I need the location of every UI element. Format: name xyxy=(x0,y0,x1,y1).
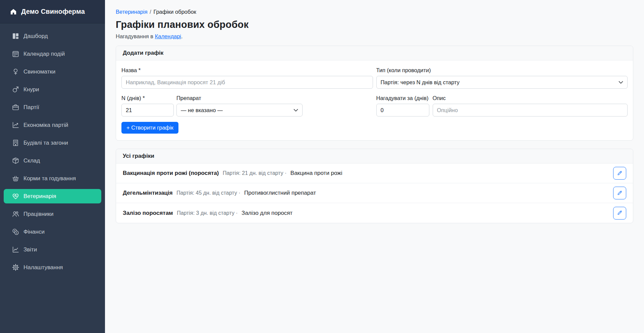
schedule-drug: Противоглистний препарат xyxy=(244,190,316,196)
calendar-link[interactable]: Календарі xyxy=(155,33,181,39)
schedule-meta: Партія: 3 дн. від старту · xyxy=(177,210,238,216)
remind-field-label: Нагадувати за (днів) xyxy=(376,95,429,101)
line-chart-icon xyxy=(12,246,19,253)
type-select-value: Партія: через N днів від старту xyxy=(381,79,460,86)
schedules-card-title: Усі графіки xyxy=(116,149,633,163)
building-icon xyxy=(12,139,19,146)
sidebar-item-settings[interactable]: Налаштування xyxy=(4,260,101,275)
sidebar-item-buildings[interactable]: Будівлі та загони xyxy=(4,136,101,150)
schedule-drug: Залізо для поросят xyxy=(241,210,292,216)
app-title: Демо Свиноферма xyxy=(21,8,85,15)
n-days-field-label: N (днів) * xyxy=(121,95,174,101)
gear-icon xyxy=(12,264,19,271)
heart-pulse-icon xyxy=(12,193,19,200)
edit-schedule-button[interactable] xyxy=(613,207,626,220)
remind-input[interactable] xyxy=(376,104,429,116)
add-schedule-form: Назва * Тип (коли проводити) Партія: чер… xyxy=(116,60,633,140)
sidebar-item-veterinary[interactable]: Ветеринарія xyxy=(4,189,101,203)
schedule-name: Залізо поросятам xyxy=(123,210,173,216)
sidebar: Демо Свиноферма Дашборд Календар подій С… xyxy=(0,0,105,333)
name-field-label: Назва * xyxy=(121,67,373,74)
add-schedule-card-title: Додати графік xyxy=(116,46,633,60)
sidebar-item-boars[interactable]: Кнури xyxy=(4,82,101,97)
sidebar-item-dashboard[interactable]: Дашборд xyxy=(4,29,101,43)
page-subtitle: Нагадування в Календарі. xyxy=(116,33,633,40)
description-input[interactable] xyxy=(433,104,628,116)
schedule-info: Залізо поросятам Партія: 3 дн. від старт… xyxy=(123,210,292,217)
name-input[interactable] xyxy=(121,76,373,89)
type-field-label: Тип (коли проводити) xyxy=(376,67,628,74)
home-icon xyxy=(10,8,17,15)
schedule-row: Вакцинація проти рожі (поросята) Партія:… xyxy=(116,163,633,183)
main-content: Ветеринарія / Графіки обробок Графіки пл… xyxy=(105,0,644,333)
graph-up-arrow-icon xyxy=(12,122,19,129)
schedule-name: Дегельмінтизація xyxy=(123,190,173,196)
sidebar-nav: Дашборд Календар подій Свиноматки Кнури … xyxy=(0,23,105,275)
app-brand[interactable]: Демо Свиноферма xyxy=(0,0,105,23)
sidebar-item-workers[interactable]: Працівники xyxy=(4,207,101,221)
breadcrumb-current: Графіки обробок xyxy=(153,9,196,15)
drug-select-value: — не вказано — xyxy=(181,107,223,113)
chevron-down-icon xyxy=(293,109,298,112)
drug-field-group: Препарат — не вказано — xyxy=(176,95,303,116)
schedule-meta: Партія: 45 дн. від старту · xyxy=(176,190,240,196)
sidebar-item-batches[interactable]: Партії xyxy=(4,100,101,114)
calendar-icon xyxy=(12,50,19,57)
create-schedule-button[interactable]: + Створити графік xyxy=(121,122,178,134)
schedule-info: Вакцинація проти рожі (поросята) Партія:… xyxy=(123,170,342,177)
pencil-icon xyxy=(617,190,623,196)
schedules-card: Усі графіки Вакцинація проти рожі (порос… xyxy=(116,149,633,223)
description-field-label: Опис xyxy=(433,95,628,101)
sidebar-item-reports[interactable]: Звіти xyxy=(4,242,101,257)
breadcrumb: Ветеринарія / Графіки обробок xyxy=(116,9,633,15)
form-row-2-right: Нагадувати за (днів) Опис xyxy=(376,95,628,116)
n-days-field-group: N (днів) * xyxy=(121,95,174,116)
schedule-meta: Партія: 21 дн. від старту · xyxy=(223,170,286,176)
basket-icon xyxy=(12,175,19,182)
sidebar-item-batch-economics[interactable]: Економіка партій xyxy=(4,118,101,132)
sidebar-item-finance[interactable]: Фінанси xyxy=(4,225,101,239)
schedule-drug: Вакцина проти рожі xyxy=(290,170,342,176)
n-days-input[interactable] xyxy=(121,104,174,116)
drug-select[interactable]: — не вказано — xyxy=(176,104,303,116)
box-icon xyxy=(12,157,19,164)
type-select[interactable]: Партія: через N днів від старту xyxy=(376,76,628,89)
pencil-icon xyxy=(617,171,623,176)
form-row-2: N (днів) * Препарат — не вказано — Нагад… xyxy=(121,95,628,116)
female-icon xyxy=(12,68,19,75)
remind-field-group: Нагадувати за (днів) xyxy=(376,95,429,116)
type-field-group: Тип (коли проводити) Партія: через N дні… xyxy=(376,67,628,89)
schedule-info: Дегельмінтизація Партія: 45 дн. від стар… xyxy=(123,190,316,196)
form-row-2-left: N (днів) * Препарат — не вказано — xyxy=(121,95,373,116)
coins-icon xyxy=(12,228,19,235)
description-field-group: Опис xyxy=(433,95,628,116)
sidebar-item-warehouse[interactable]: Склад xyxy=(4,153,101,168)
dashboard-icon xyxy=(12,33,19,40)
male-icon xyxy=(12,86,19,93)
page-title: Графіки планових обробок xyxy=(116,19,633,30)
sidebar-item-feeding[interactable]: Корми та годування xyxy=(4,171,101,186)
schedule-name: Вакцинація проти рожі (поросята) xyxy=(123,170,219,176)
edit-schedule-button[interactable] xyxy=(613,187,626,199)
pencil-icon xyxy=(617,210,623,216)
schedule-row: Дегельмінтизація Партія: 45 дн. від стар… xyxy=(116,183,633,203)
edit-schedule-button[interactable] xyxy=(613,167,626,180)
breadcrumb-link-veterinary[interactable]: Ветеринарія xyxy=(116,9,148,15)
briefcase-icon xyxy=(12,104,19,111)
chevron-down-icon xyxy=(619,81,623,84)
drug-field-label: Препарат xyxy=(176,95,303,101)
name-field-group: Назва * xyxy=(121,67,373,89)
add-schedule-card: Додати графік Назва * Тип (коли проводит… xyxy=(116,46,633,141)
sidebar-item-calendar[interactable]: Календар подій xyxy=(4,47,101,61)
sidebar-item-sows[interactable]: Свиноматки xyxy=(4,64,101,79)
breadcrumb-separator: / xyxy=(150,9,151,15)
schedule-row: Залізо поросятам Партія: 3 дн. від старт… xyxy=(116,203,633,223)
people-icon xyxy=(12,210,19,218)
form-row-1: Назва * Тип (коли проводити) Партія: чер… xyxy=(121,67,628,89)
